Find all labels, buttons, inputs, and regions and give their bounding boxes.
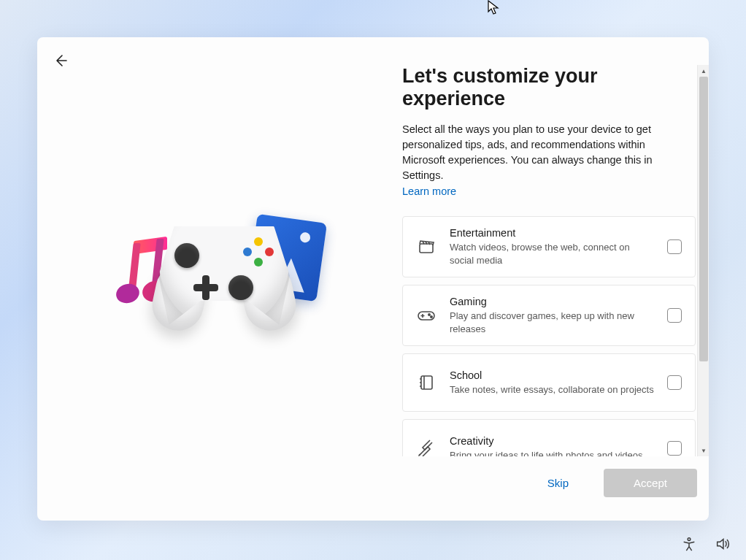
page-title: Let's customize your experience xyxy=(402,65,697,110)
option-desc: Watch videos, browse the web, connect on… xyxy=(450,241,654,266)
option-desc: Take notes, write essays, collaborate on… xyxy=(450,383,654,396)
svg-rect-4 xyxy=(421,376,432,389)
option-school[interactable]: School Take notes, write essays, collabo… xyxy=(402,353,696,412)
illustration-pane xyxy=(37,37,402,521)
skip-button[interactable]: Skip xyxy=(527,469,589,496)
option-entertainment[interactable]: Entertainment Watch videos, browse the w… xyxy=(402,216,696,277)
option-label: Entertainment xyxy=(450,227,654,239)
volume-button[interactable] xyxy=(714,535,731,553)
option-label: School xyxy=(450,369,654,381)
option-desc: Bring your ideas to life with photos and… xyxy=(450,449,654,456)
option-creativity[interactable]: Creativity Bring your ideas to life with… xyxy=(402,419,696,456)
accessibility-button[interactable] xyxy=(680,535,698,553)
option-label: Gaming xyxy=(450,296,654,307)
brush-pencil-icon xyxy=(416,440,437,456)
hero-illustration xyxy=(118,210,322,348)
option-gaming[interactable]: Gaming Play and discover games, keep up … xyxy=(402,285,696,346)
page-subtitle: Select all the ways you plan to use your… xyxy=(402,122,680,183)
svg-point-3 xyxy=(431,316,432,318)
scroll-thumb[interactable] xyxy=(699,77,708,361)
learn-more-link[interactable]: Learn more xyxy=(402,185,456,197)
option-list: Entertainment Watch videos, browse the w… xyxy=(402,216,697,456)
scroll-down-icon[interactable]: ▼ xyxy=(698,445,709,456)
notebook-icon xyxy=(416,374,437,391)
option-checkbox[interactable] xyxy=(667,441,682,456)
option-desc: Play and discover games, keep up with ne… xyxy=(450,310,654,335)
option-checkbox[interactable] xyxy=(667,308,682,323)
system-tray xyxy=(680,535,731,553)
mouse-cursor-icon xyxy=(488,0,499,16)
back-button[interactable] xyxy=(53,53,68,68)
footer-actions: Skip Accept xyxy=(402,456,709,509)
oobe-panel: Let's customize your experience Select a… xyxy=(37,37,709,521)
content-row: Let's customize your experience Select a… xyxy=(37,37,709,521)
option-checkbox[interactable] xyxy=(667,375,682,390)
option-checkbox[interactable] xyxy=(667,239,682,254)
svg-rect-0 xyxy=(420,244,433,253)
scroll-up-icon[interactable]: ▲ xyxy=(698,65,709,77)
scrollbar[interactable]: ▲ ▼ xyxy=(697,65,709,456)
option-label: Creativity xyxy=(450,435,654,447)
clapperboard-icon xyxy=(416,238,437,256)
svg-point-5 xyxy=(688,538,691,541)
svg-point-2 xyxy=(428,314,430,315)
gamepad-icon xyxy=(416,307,437,324)
accept-button[interactable]: Accept xyxy=(604,469,697,497)
scroll-area: Let's customize your experience Select a… xyxy=(402,65,709,456)
game-controller-icon xyxy=(158,215,290,325)
right-pane: Let's customize your experience Select a… xyxy=(402,37,709,521)
